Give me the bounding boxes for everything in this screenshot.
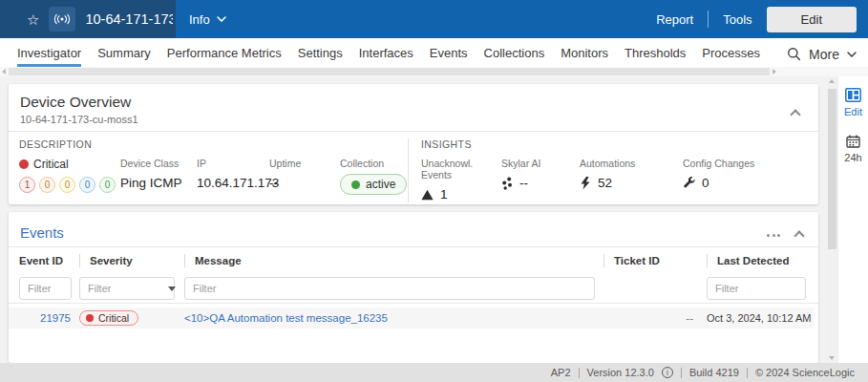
collection-active-badge: active xyxy=(340,174,407,195)
layout-edit-button[interactable]: Edit xyxy=(844,88,862,117)
info-dropdown[interactable]: Info xyxy=(189,12,226,27)
layout-edit-label: Edit xyxy=(844,106,862,117)
footer-version: Version 12.3.0 xyxy=(587,367,654,378)
events-panel: Events Event ID Severity Message Ticket … xyxy=(9,212,818,363)
events-title-link[interactable]: Events xyxy=(20,224,64,241)
tab-investigator[interactable]: Investigator xyxy=(17,38,81,67)
scroll-left-arrow-icon[interactable] xyxy=(2,69,6,74)
tab-processes[interactable]: Processes xyxy=(702,38,760,67)
insights-section: INSIGHTS Unacknowl. Events 1 Skylar AI -… xyxy=(409,138,818,202)
more-tabs-dropdown[interactable]: More xyxy=(787,38,857,67)
vertical-scrollbar[interactable] xyxy=(827,76,837,363)
chevron-up-icon xyxy=(794,230,804,241)
last-detected-filter-input[interactable] xyxy=(707,277,806,300)
severity-counts: 1 0 0 0 0 xyxy=(19,177,120,193)
warning-triangle-icon xyxy=(421,189,434,201)
tools-button[interactable]: Tools xyxy=(723,12,752,27)
column-message[interactable]: Message xyxy=(184,254,603,267)
unacknowledged-events-stat: Unacknowl. Events 1 xyxy=(421,158,501,202)
column-event-id[interactable]: Event ID xyxy=(19,254,79,267)
skylar-dots-icon xyxy=(501,177,513,190)
device-hostname: 10-64-171-173-cu-moss1 xyxy=(20,114,807,125)
panel-options-icon[interactable] xyxy=(767,234,780,237)
divider xyxy=(9,303,818,304)
events-table-header: Event ID Severity Message Ticket ID Last… xyxy=(9,247,818,274)
panel-title: Device Overview xyxy=(20,94,807,111)
version-info-icon[interactable]: i xyxy=(662,367,673,378)
severity-label: Critical xyxy=(33,158,69,171)
events-header: Events xyxy=(9,212,818,246)
severity-filter-select[interactable] xyxy=(79,277,175,300)
column-last-detected[interactable]: Last Detected xyxy=(707,254,814,267)
tab-monitors[interactable]: Monitors xyxy=(561,38,608,67)
tab-interfaces[interactable]: Interfaces xyxy=(359,38,413,67)
horizontal-scrollbar[interactable] xyxy=(0,67,868,76)
automations-stat: Automations 52 xyxy=(580,158,683,202)
device-name: 10-64-171-173 xyxy=(85,11,173,27)
column-ticket-id[interactable]: Ticket ID xyxy=(603,254,707,267)
ip-field: IP 10.64.171.173 xyxy=(197,158,269,195)
search-icon xyxy=(787,47,801,61)
events-filter-row xyxy=(9,274,818,303)
tab-performance-metrics[interactable]: Performance Metrics xyxy=(167,38,282,67)
favorite-star-icon[interactable]: ☆ xyxy=(27,12,39,27)
device-header-block: ☆ 10-64-171-173 xyxy=(0,0,176,38)
edit-button[interactable]: Edit xyxy=(767,7,857,32)
severity-critical-badge: Critical xyxy=(79,310,138,326)
event-id-link[interactable]: 21975 xyxy=(19,312,79,324)
ticket-id-value: -- xyxy=(603,312,707,324)
healthy-count-badge[interactable]: 0 xyxy=(99,177,116,193)
collapse-panel-button[interactable] xyxy=(795,226,803,244)
collapse-panel-button[interactable] xyxy=(792,105,799,122)
time-range-label: 24h xyxy=(844,152,861,163)
config-changes-stat: Config Changes 0 xyxy=(683,158,754,202)
collection-field: Collection active xyxy=(340,158,407,195)
right-side-toolbar: Edit 24h xyxy=(837,76,868,363)
wrench-icon xyxy=(683,177,695,189)
scroll-right-arrow-icon[interactable] xyxy=(773,69,776,74)
description-label: DESCRIPTION xyxy=(19,138,408,150)
last-detected-value: Oct 3, 2024, 10:12 AM xyxy=(707,312,814,324)
layout-grid-icon xyxy=(845,88,861,102)
tab-settings[interactable]: Settings xyxy=(298,38,343,67)
app-footer: AP2 Version 12.3.0 i Build 4219 © 2024 S… xyxy=(0,363,868,382)
top-header: ☆ 10-64-171-173 Info Report Tools Edit xyxy=(0,0,868,38)
footer-divider xyxy=(681,368,682,378)
active-dot-icon xyxy=(351,180,360,189)
tab-summary[interactable]: Summary xyxy=(97,38,151,67)
chevron-down-icon xyxy=(217,16,226,22)
minor-count-badge[interactable]: 0 xyxy=(59,177,75,193)
critical-count-badge[interactable]: 1 xyxy=(19,177,35,193)
description-section: DESCRIPTION Critical 1 0 0 0 0 xyxy=(19,138,409,202)
critical-dot-icon xyxy=(86,314,94,322)
footer-divider xyxy=(747,368,748,378)
more-label: More xyxy=(809,47,839,62)
header-divider xyxy=(708,11,709,28)
tab-events[interactable]: Events xyxy=(430,38,468,67)
scroll-down-arrow-icon[interactable] xyxy=(829,356,835,360)
vertical-scrollbar-thumb[interactable] xyxy=(828,89,836,249)
major-count-badge[interactable]: 0 xyxy=(39,177,55,193)
uptime-field: Uptime -- xyxy=(269,158,340,195)
horizontal-scrollbar-thumb[interactable] xyxy=(9,68,770,75)
column-severity[interactable]: Severity xyxy=(79,254,184,267)
message-filter-input[interactable] xyxy=(184,277,595,300)
time-range-button[interactable]: 24h xyxy=(844,135,861,163)
tab-thresholds[interactable]: Thresholds xyxy=(625,38,686,67)
skylar-ai-stat: Skylar AI -- xyxy=(501,158,580,202)
event-id-filter-input[interactable] xyxy=(19,277,72,300)
notice-count-badge[interactable]: 0 xyxy=(79,177,95,193)
calendar-icon xyxy=(846,135,860,148)
event-message-link[interactable]: <10>QA Automation test message_16235 xyxy=(184,312,603,324)
event-table-row[interactable]: 21975 Critical <10>QA Automation test me… xyxy=(9,308,814,329)
automation-bolt-icon xyxy=(580,177,591,190)
insights-label: INSIGHTS xyxy=(421,138,818,150)
footer-app-name: AP2 xyxy=(551,367,571,378)
tab-bar: Investigator Summary Performance Metrics… xyxy=(0,38,868,67)
footer-copyright: © 2024 ScienceLogic xyxy=(755,367,855,378)
tab-collections[interactable]: Collections xyxy=(484,38,545,67)
scroll-up-arrow-icon[interactable] xyxy=(829,79,835,83)
chevron-down-icon xyxy=(847,52,857,57)
footer-divider xyxy=(579,368,580,378)
report-button[interactable]: Report xyxy=(656,12,693,27)
